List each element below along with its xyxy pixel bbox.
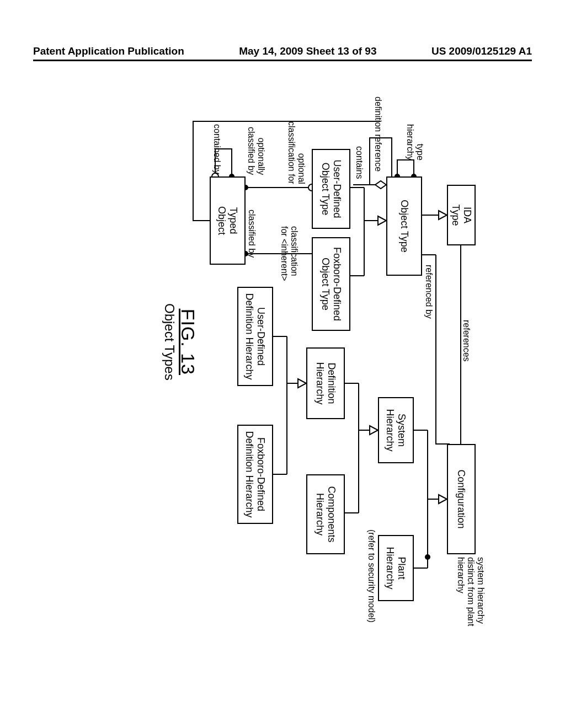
box-plant-hierarchy: Plant Hierarchy [378,535,414,601]
svg-marker-11 [378,216,386,225]
label-security-note: (refer to security model) [366,529,376,623]
label-type-hierarchy: type hierarchy [405,124,425,160]
label-components-hierarchy: Components Hierarchy [314,486,337,542]
label-plant-hierarchy: Plant Hierarchy [385,547,408,589]
label-ida-type: IDA Type [450,204,473,226]
svg-marker-24 [298,379,306,388]
connector-lines [77,77,491,662]
label-definition-reference: definition reference [373,97,383,172]
label-optionally-classified-by: optionally classified by [246,127,266,175]
box-configuration: Configuration [447,444,476,554]
svg-marker-8 [375,181,386,189]
header-right: US 2009/0125129 A1 [431,45,532,57]
label-classified-by: classified by [247,210,257,258]
label-contained-by: contained by [212,124,222,174]
box-components-hierarchy: Components Hierarchy [306,474,345,554]
label-object-type: Object Type [398,200,410,253]
label-user-defined-object-type: User-Defined Object Type [319,159,343,218]
svg-marker-15 [439,495,447,504]
svg-marker-1 [439,211,447,220]
page-header: Patent Application Publication May 14, 2… [33,45,532,57]
box-user-defined-definition-hierarchy: User-Defined Definition Hierarchy [237,287,273,386]
box-user-defined-object-type: User-Defined Object Type [312,149,350,229]
label-foxboro-defined-object-type: Foxboro-Defined Object Type [319,247,343,321]
label-user-defined-definition-hierarchy: User-Defined Definition Hierarchy [244,293,267,379]
page: Patent Application Publication May 14, 2… [0,0,565,728]
box-foxboro-defined-definition-hierarchy: Foxboro-Defined Definition Hierarchy [237,425,273,524]
label-references: references [461,320,471,362]
diagram-canvas: IDA Type Configuration Object Type Syste… [77,77,491,662]
header-left: Patent Application Publication [33,45,184,57]
label-referenced-by: referenced by [424,265,434,319]
svg-point-18 [425,554,430,560]
svg-marker-20 [370,426,378,435]
label-classification-inherent: classification for <inherent> [279,226,299,281]
label-system-hierarchy: System Hierarchy [385,409,408,451]
box-foxboro-defined-object-type: Foxboro-Defined Object Type [312,237,350,331]
diagram-area: IDA Type Configuration Object Type Syste… [77,77,491,662]
box-object-type: Object Type [386,176,422,276]
label-optional-classification: optional classification for [286,121,306,184]
figure-subcaption: Object Types [162,303,177,381]
label-system-note: system hierarchy distinct from plant hie… [456,557,486,626]
header-rule [33,60,532,61]
header-center: May 14, 2009 Sheet 13 of 93 [239,45,376,57]
label-foxboro-defined-definition-hierarchy: Foxboro-Defined Definition Hierarchy [244,431,267,517]
label-typed-object: Typed Object [216,206,239,235]
box-definition-hierarchy: Definition Hierarchy [306,347,345,419]
box-system-hierarchy: System Hierarchy [378,397,414,463]
label-definition-hierarchy: Definition Hierarchy [314,362,337,404]
box-typed-object: Typed Object [210,176,246,265]
label-contains: contains [354,146,364,179]
box-ida-type: IDA Type [447,185,476,245]
label-configuration: Configuration [456,469,467,528]
figure-caption: FIG. 13 Object Types [162,303,199,381]
figure-number: FIG. 13 [177,303,199,381]
